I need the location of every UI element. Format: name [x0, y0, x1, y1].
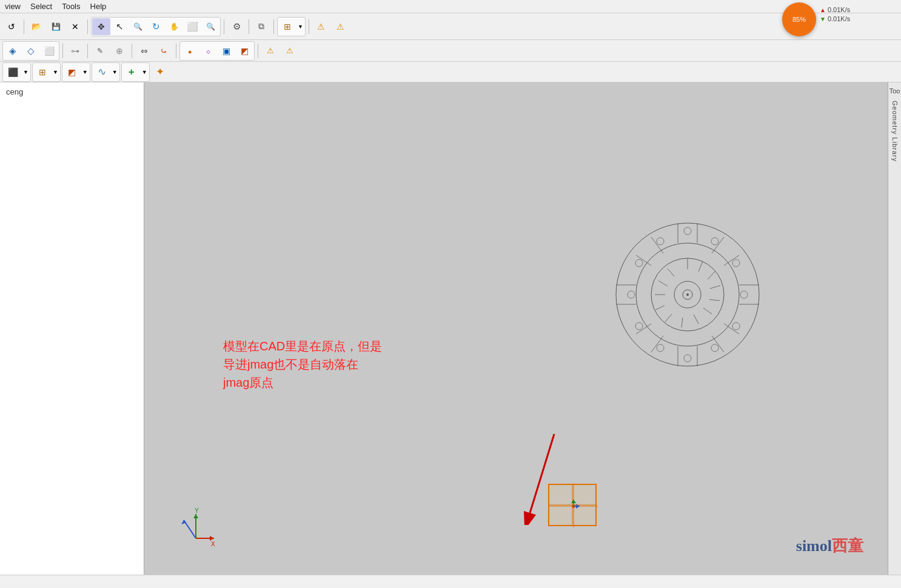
select-edge-button[interactable]: ⬦: [199, 42, 217, 59]
3d-view-button[interactable]: ◈: [4, 42, 22, 59]
sep11: [258, 44, 258, 58]
svg-point-26: [732, 322, 740, 330]
warn1-button[interactable]: ⚠: [312, 18, 330, 35]
snap-button[interactable]: ⊕: [110, 42, 129, 59]
sep5: [273, 19, 274, 34]
svg-line-39: [703, 308, 712, 314]
svg-line-41: [682, 318, 683, 327]
warn2-button[interactable]: ⚠: [332, 18, 350, 35]
rotate-button[interactable]: ↻: [147, 18, 165, 35]
svg-text:Y: Y: [195, 508, 199, 514]
toolbar2: ◈ ◇ ⬜ ⊶ ✎ ⊕ ⇔ ⤿ ⬥ ⬦ ▣ ◩ ⚠ ⚠: [0, 40, 901, 62]
edit-mode-button[interactable]: ✎: [91, 42, 109, 59]
zoom-window-button[interactable]: 🔍: [129, 18, 147, 35]
tb3-mesh-drop[interactable]: ▼: [52, 69, 59, 75]
select-button[interactable]: ↖: [110, 18, 129, 35]
right-panel: Too Geometry Library: [888, 82, 901, 575]
check-warn-button[interactable]: ⚠: [261, 42, 280, 59]
sep4: [249, 19, 249, 34]
tb3-curve-drop[interactable]: ▼: [111, 69, 119, 75]
watermark: simol西童: [796, 535, 863, 556]
axis-button[interactable]: ⊶: [66, 42, 84, 59]
svg-line-35: [698, 261, 703, 272]
settings-button[interactable]: ⚙: [227, 18, 246, 35]
watermark-chinese: 西童: [832, 537, 863, 555]
perf-dn-value: 0.01K/s: [828, 15, 850, 22]
tb3-mesh-btn[interactable]: ⊞: [33, 64, 52, 81]
undo-button[interactable]: ↺: [2, 18, 21, 35]
tb3-blue-btn[interactable]: ⬛: [4, 64, 22, 81]
svg-point-33: [657, 238, 664, 245]
sep3: [224, 19, 224, 34]
perf-dn-arrow: ▼: [820, 16, 826, 22]
svg-marker-62: [210, 536, 214, 541]
fix-warn-button[interactable]: ⚠: [281, 42, 299, 59]
svg-point-25: [740, 291, 748, 298]
svg-point-24: [732, 259, 740, 267]
annotation-line2: 导进jmag也不是自动落在: [223, 358, 358, 371]
zoom-in-button[interactable]: 🔍: [201, 18, 219, 35]
sep8: [87, 44, 88, 58]
toolbar3: ⬛ ▼ ⊞ ▼ ◩ ▼ ∿ ▼ + ▼ ✦: [0, 62, 901, 82]
svg-marker-59: [193, 514, 198, 518]
svg-point-30: [635, 322, 643, 330]
viewport[interactable]: 模型在CAD里是在原点，但是 导进jmag也不是自动落在 jmag原点: [144, 82, 888, 575]
svg-point-23: [711, 238, 718, 245]
select-part-button[interactable]: ◩: [235, 42, 253, 59]
perf-stats: ▲ 0.01K/s ▼ 0.01K/s: [820, 6, 896, 24]
performance-badge: 85%: [782, 2, 816, 36]
sep6: [309, 19, 309, 34]
menu-select[interactable]: Select: [25, 1, 57, 12]
tb3-group3: ◩ ▼: [62, 62, 90, 82]
tb3-curve-btn[interactable]: ∿: [93, 64, 111, 81]
view-group: ◈ ◇ ⬜: [2, 41, 59, 61]
mirror-button[interactable]: ⇔: [135, 42, 153, 59]
svg-text:X: X: [211, 541, 215, 547]
tb3-add-btn[interactable]: +: [122, 64, 141, 81]
front-view-button[interactable]: ◇: [22, 42, 40, 59]
annotation-line3: jmag原点: [223, 376, 273, 389]
tb3-group4: ∿ ▼: [92, 62, 120, 82]
origin-box: [548, 484, 597, 526]
svg-point-5: [686, 293, 689, 296]
svg-line-42: [665, 314, 672, 322]
menu-tools[interactable]: Tools: [57, 1, 85, 12]
zoom-fit-button[interactable]: ⬜: [183, 18, 201, 35]
sep10: [176, 44, 176, 58]
save-button[interactable]: 💾: [47, 18, 65, 35]
select-face-button[interactable]: ▣: [217, 42, 235, 59]
svg-line-38: [709, 299, 720, 301]
svg-point-28: [684, 355, 691, 362]
select-group: ✥ ↖ 🔍 ↻ ✋ ⬜ 🔍: [91, 17, 221, 36]
tb3-group1: ⬛ ▼: [2, 62, 31, 82]
move-button[interactable]: ✥: [92, 18, 110, 35]
statusbar: [0, 575, 901, 588]
svg-line-56: [184, 520, 196, 538]
svg-point-27: [711, 344, 718, 352]
copy-button[interactable]: ⧉: [252, 18, 270, 35]
menubar: view Select Tools Help: [0, 0, 901, 13]
tb3-special-btn[interactable]: ✦: [151, 64, 169, 81]
motor-diagram: [609, 216, 766, 386]
tb3-part-btn[interactable]: ◩: [63, 64, 81, 81]
box-view-button[interactable]: ⬜: [40, 42, 58, 59]
geometry-library-label: Geometry Library: [891, 101, 899, 162]
close-button[interactable]: ✕: [66, 18, 84, 35]
array-button[interactable]: ⤿: [155, 42, 173, 59]
tb3-blue-drop[interactable]: ▼: [22, 69, 30, 75]
tb3-add-drop[interactable]: ▼: [141, 69, 149, 75]
menu-view[interactable]: view: [0, 1, 25, 12]
annotation-line1: 模型在CAD里是在原点，但是: [223, 339, 382, 353]
right-panel-too: Too: [889, 87, 900, 95]
toolbar1: ↺ 📂 💾 ✕ ✥ ↖ 🔍 ↻ ✋ ⬜ 🔍 ⚙ ⧉ ⊞ ▼ ⚠ ⚠: [0, 13, 901, 40]
mesh-button[interactable]: ⊞: [278, 18, 296, 35]
tb3-part-drop[interactable]: ▼: [81, 69, 89, 75]
tb3-group2: ⊞ ▼: [32, 62, 61, 82]
menu-help[interactable]: Help: [85, 1, 112, 12]
left-panel: ceng: [0, 82, 144, 575]
pan-button[interactable]: ✋: [165, 18, 183, 35]
open-button[interactable]: 📂: [27, 18, 45, 35]
svg-line-46: [668, 269, 674, 276]
select-node-button[interactable]: ⬥: [181, 42, 199, 59]
mesh-drop[interactable]: ▼: [296, 24, 304, 30]
